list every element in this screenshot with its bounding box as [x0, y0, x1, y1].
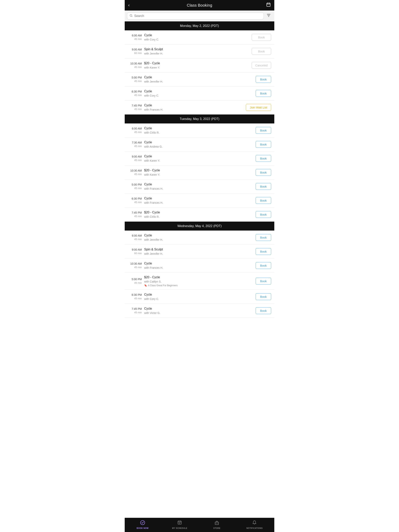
class-action: Book	[256, 155, 271, 162]
class-name: Cycle	[144, 89, 253, 94]
book-button[interactable]: Book	[256, 90, 271, 97]
class-instructor: with Frances H.	[144, 108, 244, 112]
search-input[interactable]	[134, 14, 261, 18]
nav-my-schedule[interactable]: MY SCHEDULE	[170, 519, 189, 530]
class-instructor: with Cirilo R.	[144, 215, 253, 219]
class-time-value: 9:00 AM	[128, 48, 142, 52]
class-row: 6:30 PM45 minCyclewith Cory C.Book	[125, 290, 274, 304]
class-time: 5:00 PM45 min	[128, 278, 142, 285]
book-button[interactable]: Book	[256, 248, 271, 255]
book-now-icon	[140, 520, 145, 526]
book-button[interactable]: Book	[256, 169, 271, 176]
book-button[interactable]: Book	[256, 278, 271, 285]
class-info: Cyclewith Cirilo R.	[144, 126, 253, 135]
class-instructor: with Jennifer H.	[144, 252, 253, 256]
class-row: 6:00 AM45 minCyclewith Jennifer H.Book	[125, 231, 274, 245]
class-duration: 45 min	[128, 172, 142, 176]
class-time-value: 6:00 AM	[128, 127, 142, 131]
class-instructor: with Andrew G.	[144, 145, 253, 149]
schedule-container: Monday, May 2, 2022 (PDT)6:00 AM45 minCy…	[125, 21, 274, 318]
class-name: Cycle	[144, 103, 244, 108]
class-duration: 60 min	[128, 252, 142, 255]
class-instructor: with Karen Y.	[144, 173, 253, 177]
book-button[interactable]: Book	[256, 211, 271, 218]
class-row: 5:00 PM45 minCyclewith Frances H.Book	[125, 180, 274, 194]
class-time-value: 10:30 AM	[128, 62, 142, 66]
class-name: Cycle	[144, 126, 253, 131]
class-action: Book	[256, 90, 271, 97]
class-name: Cycle	[144, 154, 253, 159]
class-row: 10:30 AM45 min$20 - Cyclewith Karen Y.Ca…	[125, 58, 274, 72]
filter-button[interactable]	[265, 12, 272, 20]
canceled-button: Canceled	[252, 62, 271, 69]
class-time-value: 9:00 AM	[128, 155, 142, 159]
nav-book-now[interactable]: BOOK NOW	[135, 519, 150, 530]
class-instructor: with Frances H.	[144, 187, 253, 191]
nav-notifications[interactable]: NOTIFICATIONS	[245, 519, 264, 530]
class-time-value: 5:00 PM	[128, 76, 142, 80]
class-action: Book	[256, 278, 271, 285]
book-button[interactable]: Book	[256, 155, 271, 162]
back-button[interactable]: ‹	[127, 2, 130, 9]
book-button[interactable]: Book	[256, 234, 271, 241]
book-button-disabled: Book	[252, 48, 271, 55]
class-time: 10:30 AM45 min	[128, 169, 142, 176]
class-duration: 45 min	[128, 130, 142, 134]
class-instructor: with Victor G.	[144, 311, 253, 315]
class-duration: 45 min	[128, 201, 142, 204]
nav-my-schedule-label: MY SCHEDULE	[172, 527, 187, 529]
class-action: Book	[256, 127, 271, 134]
class-time: 5:00 PM45 min	[128, 183, 142, 190]
class-time-value: 10:30 AM	[128, 262, 142, 266]
class-name: $20 - Cycle	[144, 210, 253, 215]
nav-store[interactable]: STORE	[209, 519, 225, 530]
class-duration: 45 min	[128, 158, 142, 162]
class-name: Cycle	[144, 233, 253, 238]
book-button[interactable]: Book	[256, 127, 271, 134]
join-waitlist-button[interactable]: Join Wait List	[246, 104, 271, 111]
class-duration: 45 min	[128, 37, 142, 41]
class-duration: 45 min	[128, 187, 142, 190]
class-time-value: 7:45 PM	[128, 211, 142, 215]
class-info: Cyclewith Frances H.	[144, 182, 253, 191]
calendar-button[interactable]	[265, 1, 272, 9]
class-action: Book	[256, 169, 271, 176]
class-action: Book	[256, 293, 271, 300]
class-action: Book	[256, 76, 271, 83]
class-row: 6:30 PM45 minCyclewith Frances H.Book	[125, 194, 274, 208]
class-time-value: 9:00 AM	[128, 248, 142, 252]
bookmark-icon: 🔖	[144, 284, 147, 287]
store-icon	[214, 520, 219, 526]
class-name: $20 - Cycle	[144, 275, 253, 280]
nav-store-label: STORE	[213, 527, 220, 529]
book-button[interactable]: Book	[256, 141, 271, 148]
book-button[interactable]: Book	[256, 76, 271, 83]
book-button[interactable]: Book	[256, 183, 271, 190]
class-time-value: 7:30 AM	[128, 141, 142, 145]
class-time: 6:30 PM45 min	[128, 90, 142, 97]
class-info: Cyclewith Cory C.	[144, 89, 253, 98]
class-duration: 45 min	[128, 311, 142, 314]
book-button[interactable]: Book	[256, 262, 271, 269]
class-time: 6:30 PM45 min	[128, 293, 142, 300]
class-instructor: with Karen Y.	[144, 66, 249, 70]
calendar-icon	[266, 2, 271, 7]
class-name: $20 - Cycle	[144, 168, 253, 173]
book-button[interactable]: Book	[256, 307, 271, 314]
svg-line-5	[132, 16, 132, 17]
search-input-wrapper[interactable]	[127, 13, 264, 19]
class-name: Cycle	[144, 182, 253, 187]
search-bar	[125, 11, 274, 21]
class-time-value: 7:45 PM	[128, 104, 142, 108]
book-button[interactable]: Book	[256, 197, 271, 204]
class-info: Cyclewith Karen Y.	[144, 154, 253, 163]
class-info: Cyclewith Jennifer H.	[144, 233, 253, 242]
class-info: $20 - Cyclewith Cirilo R.	[144, 210, 253, 219]
class-action: Book	[256, 307, 271, 314]
class-time-value: 6:30 PM	[128, 197, 142, 201]
class-time-value: 7:45 PM	[128, 307, 142, 311]
class-name: Cycle	[144, 33, 249, 38]
book-button[interactable]: Book	[256, 293, 271, 300]
class-duration: 45 min	[128, 215, 142, 218]
class-action: Book	[252, 34, 271, 41]
